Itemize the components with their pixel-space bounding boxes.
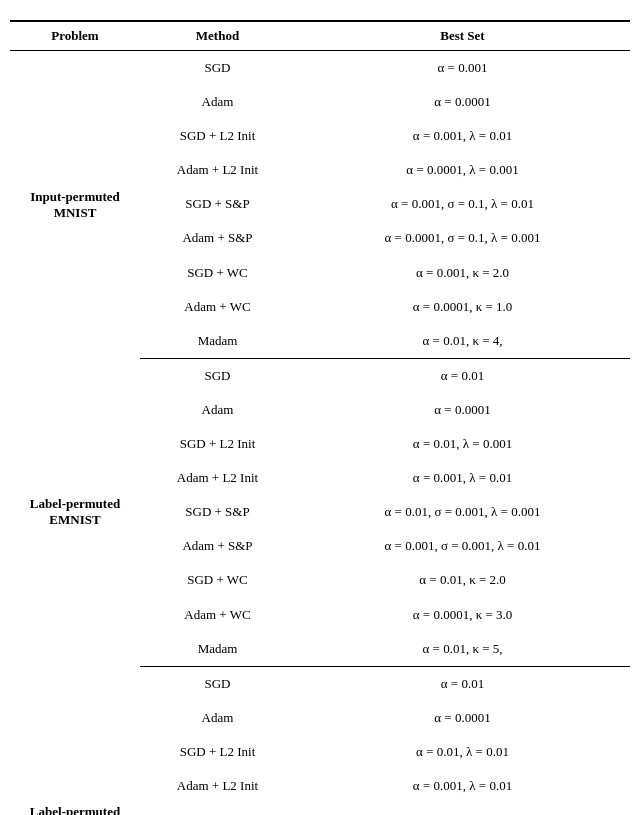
bestset-cell: α = 0.0001, κ = 3.0 xyxy=(295,598,630,632)
bestset-cell: α = 0.01, λ = 0.001 xyxy=(295,427,630,461)
bestset-cell: α = 0.0001, λ = 0.001 xyxy=(295,153,630,187)
table-row: Label-permutedmini-ImageNetSGDα = 0.01 xyxy=(10,666,630,701)
bestset-cell: α = 0.0001 xyxy=(295,393,630,427)
method-cell: Adam + WC xyxy=(140,598,295,632)
problem-cell: Label-permutedmini-ImageNet xyxy=(10,666,140,815)
bestset-cell: α = 0.01, λ = 0.01 xyxy=(295,735,630,769)
method-cell: SGD + L2 Init xyxy=(140,119,295,153)
method-cell: Adam + L2 Init xyxy=(140,153,295,187)
problem-cell: Input-permutedMNIST xyxy=(10,51,140,359)
bestset-cell: α = 0.001, λ = 0.01 xyxy=(295,461,630,495)
method-cell: Adam + WC xyxy=(140,290,295,324)
method-cell: SGD + L2 Init xyxy=(140,735,295,769)
bestset-cell: α = 0.01, σ = 0.001, λ = 0.001 xyxy=(295,495,630,529)
method-cell: SGD xyxy=(140,358,295,393)
method-cell: Adam + S&P xyxy=(140,529,295,563)
method-cell: SGD + S&P xyxy=(140,187,295,221)
problem-cell: Label-permutedEMNIST xyxy=(10,358,140,666)
header-problem: Problem xyxy=(10,21,140,51)
bestset-cell: α = 0.01 xyxy=(295,666,630,701)
method-cell: SGD xyxy=(140,51,295,86)
bestset-cell: α = 0.001, σ = 0.1, λ = 0.01 xyxy=(295,187,630,221)
bestset-cell: α = 0.001, κ = 2.0 xyxy=(295,256,630,290)
bestset-cell: α = 0.01, σ = 0.01, λ = 0.01 xyxy=(295,803,630,815)
bestset-cell: α = 0.0001, κ = 1.0 xyxy=(295,290,630,324)
method-cell: Adam + L2 Init xyxy=(140,769,295,803)
bestset-cell: α = 0.001, λ = 0.01 xyxy=(295,769,630,803)
table-row: Label-permutedEMNISTSGDα = 0.01 xyxy=(10,358,630,393)
method-cell: Adam xyxy=(140,701,295,735)
method-cell: Adam xyxy=(140,85,295,119)
bestset-cell: α = 0.0001, σ = 0.1, λ = 0.001 xyxy=(295,221,630,255)
bestset-cell: α = 0.01, κ = 2.0 xyxy=(295,563,630,597)
method-cell: SGD + S&P xyxy=(140,803,295,815)
method-cell: Madam xyxy=(140,632,295,667)
bestset-cell: α = 0.01, κ = 5, xyxy=(295,632,630,667)
bestset-cell: α = 0.001, λ = 0.01 xyxy=(295,119,630,153)
bestset-cell: α = 0.01 xyxy=(295,358,630,393)
bestset-cell: α = 0.0001 xyxy=(295,85,630,119)
header-bestset: Best Set xyxy=(295,21,630,51)
method-cell: SGD + S&P xyxy=(140,495,295,529)
bestset-cell: α = 0.001, σ = 0.001, λ = 0.01 xyxy=(295,529,630,563)
bestset-cell: α = 0.01, κ = 4, xyxy=(295,324,630,359)
bestset-cell: α = 0.0001 xyxy=(295,701,630,735)
method-cell: SGD + L2 Init xyxy=(140,427,295,461)
table-row: Input-permutedMNISTSGDα = 0.001 xyxy=(10,51,630,86)
method-cell: SGD xyxy=(140,666,295,701)
header-method: Method xyxy=(140,21,295,51)
method-cell: Madam xyxy=(140,324,295,359)
method-cell: Adam + S&P xyxy=(140,221,295,255)
bestset-cell: α = 0.001 xyxy=(295,51,630,86)
method-cell: Adam xyxy=(140,393,295,427)
method-cell: Adam + L2 Init xyxy=(140,461,295,495)
method-cell: SGD + WC xyxy=(140,563,295,597)
method-cell: SGD + WC xyxy=(140,256,295,290)
